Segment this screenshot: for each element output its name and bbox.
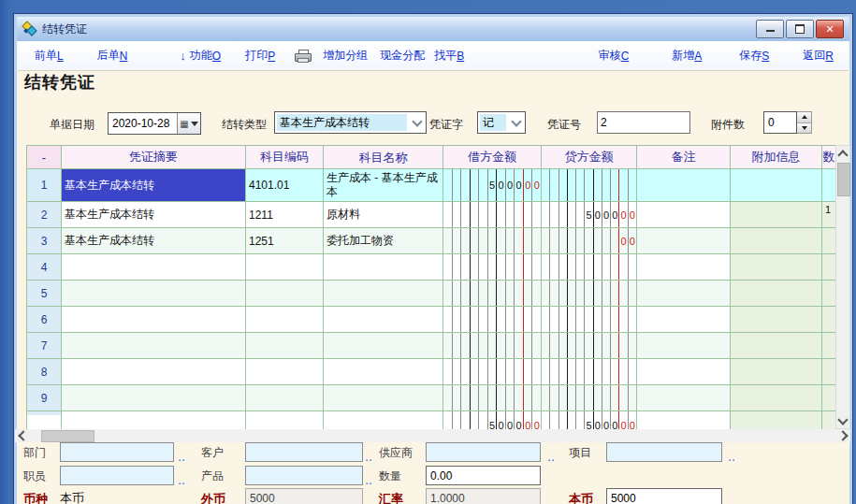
lookup-dots-button[interactable]: ‥ (365, 451, 374, 464)
cell-extra[interactable] (731, 169, 822, 201)
cell-credit[interactable]: 500000 (542, 202, 637, 227)
toolbar-item-cash-allocate[interactable]: 现金分配 (380, 48, 425, 64)
toolbar-item-new[interactable]: 新增A (672, 48, 702, 64)
cell-pcol[interactable] (822, 254, 836, 280)
cell-code[interactable] (246, 254, 324, 280)
cell-debit[interactable] (443, 333, 542, 358)
toolbar-item-prev[interactable]: 前单L (35, 48, 64, 64)
cell-debit[interactable] (443, 307, 542, 332)
cell-remark[interactable] (637, 228, 731, 253)
cell-pcol[interactable] (822, 307, 836, 332)
footer-input-客户[interactable] (245, 442, 363, 462)
cell-credit[interactable]: 00 (542, 228, 637, 253)
cell-extra[interactable] (731, 359, 822, 384)
cell-credit[interactable] (542, 333, 637, 358)
cell-summary[interactable]: 基本生产成本结转 (62, 169, 246, 201)
toolbar-item-return[interactable]: 返回R (803, 48, 834, 64)
cell-pcol[interactable] (822, 228, 836, 253)
cell-debit[interactable] (443, 202, 542, 227)
restore-button[interactable] (786, 20, 814, 38)
cell-remark[interactable] (637, 307, 731, 332)
cell-credit[interactable] (542, 169, 637, 201)
cell-code[interactable]: 1211 (246, 202, 324, 227)
toolbar-item-printer[interactable] (295, 50, 312, 62)
scroll-down-button[interactable] (836, 413, 849, 428)
combo-chevron[interactable] (508, 112, 525, 133)
cell-pcol[interactable] (822, 385, 836, 410)
cell-summary[interactable] (62, 281, 246, 306)
cell-pcol[interactable] (822, 333, 836, 358)
cell-extra[interactable] (731, 202, 822, 227)
lookup-dots-button[interactable]: ‥ (547, 451, 557, 464)
cell-no[interactable]: 8 (27, 359, 62, 384)
cell-no[interactable]: 5 (27, 281, 62, 306)
cell-no[interactable]: 6 (27, 307, 62, 332)
cell-summary[interactable]: 基本生产成本结转 (62, 202, 246, 227)
cell-summary[interactable] (62, 359, 246, 384)
cell-pcol[interactable] (822, 359, 836, 384)
cell-name[interactable] (324, 281, 443, 306)
toolbar-item-next[interactable]: 后单N (97, 48, 128, 64)
transfer-type-combo[interactable]: 基本生产成本结转 (274, 111, 427, 134)
cell-name[interactable] (324, 307, 443, 332)
vertical-scroll-thumb[interactable] (837, 163, 850, 196)
cell-debit[interactable] (443, 359, 542, 384)
cell-debit[interactable] (443, 385, 542, 410)
lookup-dots-button[interactable]: ‥ (728, 451, 737, 464)
toolbar-item-print[interactable]: 打印P (245, 48, 275, 64)
cell-no[interactable]: 7 (27, 333, 62, 358)
date-input[interactable]: 2020-10-28 ▦ (108, 112, 201, 135)
cell-code[interactable] (246, 359, 324, 384)
lookup-dots-button[interactable]: ‥ (178, 474, 187, 487)
cell-summary[interactable] (62, 307, 246, 332)
window-titlebar[interactable]: 结转凭证 ✕ (17, 17, 849, 41)
cell-credit[interactable] (542, 281, 637, 306)
cell-debit[interactable]: 500000 (443, 169, 542, 201)
cell-pcol[interactable] (822, 281, 836, 306)
cell-code[interactable] (246, 333, 324, 358)
cell-debit[interactable] (443, 281, 542, 306)
toolbar-item-audit[interactable]: 审核C (599, 48, 630, 64)
cell-code[interactable] (246, 385, 324, 410)
cell-extra[interactable] (731, 385, 822, 410)
cell-summary[interactable] (62, 385, 246, 410)
cell-extra[interactable] (731, 333, 822, 358)
column-header-summary[interactable]: 凭证摘要 (62, 146, 246, 168)
lookup-dots-button[interactable]: ‥ (178, 451, 187, 464)
cell-summary[interactable] (62, 254, 246, 280)
scroll-up-button[interactable] (836, 146, 849, 161)
cell-no[interactable]: 4 (27, 254, 62, 280)
cell-name[interactable]: 委托加工物资 (324, 228, 443, 253)
cell-name[interactable] (324, 333, 443, 358)
column-header-extra[interactable]: 附加信息 (731, 146, 822, 168)
cell-name[interactable]: 原材料 (324, 202, 443, 227)
spinner-down-button[interactable] (797, 123, 811, 134)
column-header-remark[interactable]: 备注 (637, 146, 731, 168)
column-header-no[interactable]: - (27, 146, 62, 168)
cell-extra[interactable] (731, 281, 822, 306)
cell-debit[interactable] (443, 228, 542, 253)
close-button[interactable]: ✕ (816, 20, 844, 38)
cell-credit[interactable] (542, 307, 637, 332)
cell-remark[interactable] (637, 281, 731, 306)
cell-remark[interactable] (637, 359, 731, 384)
cell-summary[interactable] (62, 333, 246, 358)
voucher-word-combo[interactable]: 记 (477, 111, 526, 134)
spinner-up-button[interactable] (797, 112, 811, 123)
cell-no[interactable]: 9 (27, 385, 62, 410)
cell-no[interactable]: 3 (27, 228, 62, 253)
cell-name[interactable]: 生产成本 - 基本生产成本 (324, 169, 443, 201)
footer-input-数量[interactable]: 0.00 (426, 466, 541, 485)
cell-remark[interactable] (637, 254, 731, 280)
cell-extra[interactable] (731, 254, 822, 280)
cell-code[interactable] (246, 307, 324, 332)
cell-name[interactable] (324, 359, 443, 384)
cell-no[interactable]: 2 (27, 202, 62, 227)
footer-input-项目[interactable] (606, 442, 722, 462)
cell-code[interactable]: 1251 (246, 228, 324, 253)
cell-credit[interactable] (542, 385, 637, 410)
footer-input-部门[interactable] (60, 442, 174, 462)
column-header-credit[interactable]: 贷方金额 (542, 146, 637, 168)
horizontal-scroll-thumb[interactable] (41, 430, 94, 442)
footer-input-产品[interactable] (245, 466, 363, 485)
